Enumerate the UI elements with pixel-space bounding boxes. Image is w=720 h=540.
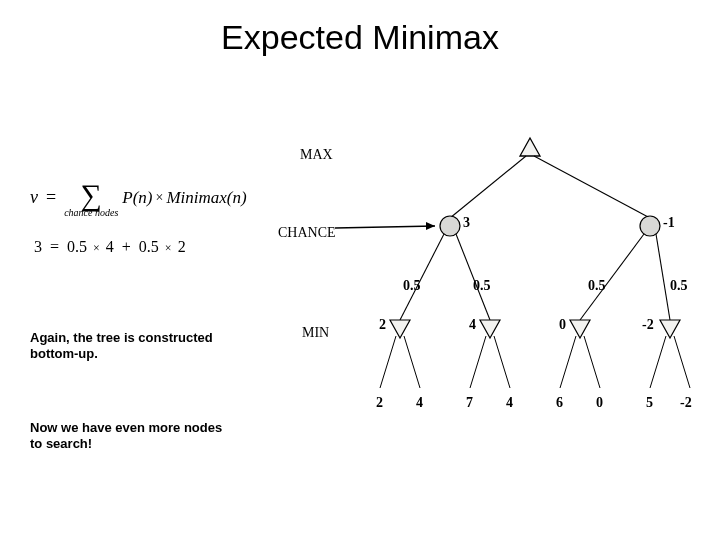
worked-example: 3 = 0.5 × 4 + 0.5 × 2 [34, 238, 186, 256]
svg-line-19 [560, 336, 576, 388]
formula-eq: = [46, 187, 56, 207]
layer-label-min: MIN [302, 325, 329, 341]
min-value-2: 4 [469, 317, 476, 333]
svg-line-22 [674, 336, 690, 388]
leaf-5: 6 [556, 395, 563, 411]
svg-point-5 [440, 216, 460, 236]
min-node-4 [660, 320, 680, 338]
svg-line-16 [404, 336, 420, 388]
min-value-3: 0 [559, 317, 566, 333]
leaf-3: 7 [466, 395, 473, 411]
page-title: Expected Minimax [0, 18, 720, 57]
leaf-4: 4 [506, 395, 513, 411]
max-node [520, 138, 540, 156]
leaf-6: 0 [596, 395, 603, 411]
min-value-1: 2 [379, 317, 386, 333]
svg-line-10 [656, 234, 670, 320]
min-value-4: -2 [642, 317, 654, 333]
prob-4: 0.5 [670, 278, 688, 294]
expectation-formula: v = ∑ chance nodes P(n)×Minimax(n) [30, 180, 247, 218]
chance-value-1: 3 [463, 215, 470, 231]
formula-lhs: v [30, 187, 38, 207]
chance-node-1 [440, 216, 460, 236]
sigma-symbol: ∑ chance nodes [64, 180, 118, 218]
svg-line-4 [534, 156, 650, 218]
prob-2: 0.5 [473, 278, 491, 294]
chance-node-2 [640, 216, 660, 236]
note-more-nodes: Now we have even more nodes to search! [30, 420, 222, 453]
formula-minimax: Minimax(n) [166, 188, 246, 207]
svg-line-15 [380, 336, 396, 388]
svg-marker-12 [480, 320, 500, 338]
times-icon: × [156, 190, 164, 206]
leaf-8: -2 [680, 395, 692, 411]
leaf-7: 5 [646, 395, 653, 411]
layer-label-chance: CHANCE [278, 225, 336, 241]
leaf-2: 4 [416, 395, 423, 411]
svg-marker-2 [520, 138, 540, 156]
svg-marker-14 [660, 320, 680, 338]
chance-value-2: -1 [663, 215, 675, 231]
layer-label-max: MAX [300, 147, 333, 163]
svg-line-8 [456, 234, 490, 320]
svg-marker-13 [570, 320, 590, 338]
leaf-1: 2 [376, 395, 383, 411]
svg-marker-11 [390, 320, 410, 338]
min-node-3 [570, 320, 590, 338]
min-node-1 [390, 320, 410, 338]
svg-line-21 [650, 336, 666, 388]
prob-3: 0.5 [588, 278, 606, 294]
svg-line-17 [470, 336, 486, 388]
note-bottom-up: Again, the tree is constructed bottom-up… [30, 330, 213, 363]
svg-line-18 [494, 336, 510, 388]
min-node-2 [480, 320, 500, 338]
formula-prob: P(n) [122, 188, 152, 207]
prob-1: 0.5 [403, 278, 421, 294]
svg-line-20 [584, 336, 600, 388]
svg-point-6 [640, 216, 660, 236]
svg-line-9 [580, 234, 644, 320]
svg-line-7 [400, 234, 444, 320]
svg-line-3 [450, 156, 526, 218]
